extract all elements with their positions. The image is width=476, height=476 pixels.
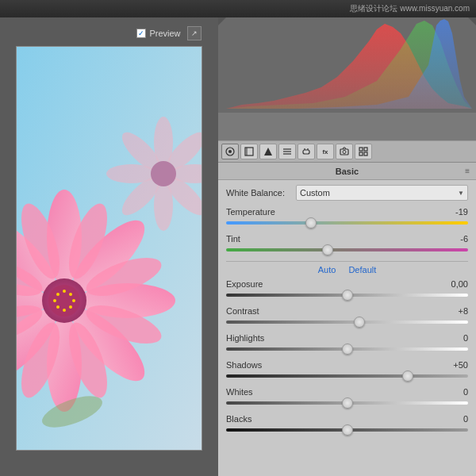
contrast-slider-row: Contrast +8 [226, 306, 468, 327]
tint-thumb[interactable] [322, 244, 333, 255]
svg-point-23 [63, 309, 66, 312]
blacks-value: 0 [444, 414, 468, 424]
tint-value: -6 [444, 234, 468, 244]
separator-1 [226, 261, 468, 262]
flower-svg [17, 47, 202, 451]
preview-bar: Preview ↗ [14, 24, 205, 43]
main-layout: Preview ↗ [0, 17, 476, 476]
shadows-thumb[interactable] [402, 370, 413, 382]
wb-label: White Balance: [226, 188, 296, 198]
histogram-tool-btn[interactable] [221, 144, 239, 159]
shadows-value: +50 [444, 360, 468, 370]
tint-track[interactable] [226, 245, 468, 255]
tint-slider-row: Tint -6 [226, 234, 468, 255]
whites-thumb[interactable] [342, 397, 353, 409]
controls-area: White Balance: Custom ▼ Temperature -19 [218, 180, 476, 476]
shadows-label: Shadows [226, 360, 262, 370]
image-preview [16, 46, 202, 451]
whites-label: Whites [226, 387, 253, 397]
fx-tool-btn[interactable]: fx [317, 144, 334, 159]
whites-slider-row: Whites 0 [226, 387, 468, 408]
svg-point-21 [72, 299, 75, 302]
svg-point-20 [69, 293, 72, 296]
svg-rect-55 [364, 148, 367, 151]
contrast-thumb[interactable] [354, 317, 365, 328]
straighten-tool-btn[interactable] [259, 144, 277, 159]
panel-title: Basic [336, 167, 359, 176]
svg-point-26 [56, 293, 60, 296]
panel-menu-icon[interactable]: ≡ [465, 167, 470, 175]
toolbar: fx [218, 140, 476, 163]
shadows-slider-row: Shadows +50 [226, 360, 468, 381]
crop-tool-btn[interactable] [240, 144, 258, 159]
exposure-header: Exposure 0,00 [226, 279, 468, 289]
exposure-track[interactable] [226, 290, 468, 300]
highlights-track[interactable] [226, 344, 468, 354]
temperature-thumb[interactable] [305, 217, 317, 228]
blacks-slider-row: Blacks 0 [226, 414, 468, 435]
tint-label: Tint [226, 234, 240, 244]
highlights-slider-row: Highlights 0 [226, 333, 468, 354]
contrast-header: Contrast +8 [226, 306, 468, 316]
highlights-header: Highlights 0 [226, 333, 468, 343]
top-bar: 思绪设计论坛 www.missyuan.com [0, 0, 476, 17]
svg-point-24 [56, 305, 60, 309]
blacks-track[interactable] [226, 425, 468, 435]
blacks-header: Blacks 0 [226, 414, 468, 424]
right-panel: R: --- G: --- B: --- [218, 17, 476, 476]
svg-point-35 [151, 161, 176, 186]
whites-value: 0 [444, 387, 468, 397]
wb-select[interactable]: Custom ▼ [296, 185, 468, 201]
preview-label: Preview [149, 29, 180, 38]
svg-rect-57 [364, 152, 367, 155]
svg-rect-49 [303, 150, 309, 154]
highlights-value: 0 [444, 333, 468, 343]
svg-point-25 [53, 299, 56, 302]
contrast-label: Contrast [226, 306, 259, 316]
exposure-slider-row: Exposure 0,00 [226, 279, 468, 300]
svg-point-53 [343, 151, 346, 154]
whites-header: Whites 0 [226, 387, 468, 397]
auto-button[interactable]: Auto [318, 265, 336, 274]
exposure-value: 0,00 [444, 279, 468, 289]
temperature-track[interactable] [226, 218, 468, 228]
histogram-area: R: --- G: --- B: --- [218, 17, 476, 140]
transform-tool-btn[interactable] [278, 144, 296, 159]
exposure-label: Exposure [226, 279, 263, 289]
retouch-tool-btn[interactable] [298, 144, 315, 159]
left-panel: Preview ↗ [0, 17, 218, 476]
svg-point-19 [63, 290, 66, 293]
temperature-slider-row: Temperature -19 [226, 207, 468, 228]
svg-rect-56 [359, 152, 363, 155]
wb-arrow-icon: ▼ [458, 190, 464, 197]
preview-export-icon[interactable]: ↗ [187, 26, 202, 40]
tint-header: Tint -6 [226, 234, 468, 244]
panel-header: Basic ≡ [218, 163, 476, 180]
default-button[interactable]: Default [348, 265, 376, 274]
preview-checkbox[interactable] [136, 29, 146, 38]
camera-tool-btn[interactable] [336, 144, 353, 159]
svg-point-42 [228, 150, 232, 153]
whites-track[interactable] [226, 398, 468, 408]
temperature-value: -19 [444, 207, 468, 217]
auto-default-row: Auto Default [226, 265, 468, 274]
shadows-header: Shadows +50 [226, 360, 468, 370]
temperature-label: Temperature [226, 207, 275, 217]
svg-point-22 [69, 305, 72, 309]
blacks-label: Blacks [226, 414, 251, 424]
presets-tool-btn[interactable] [355, 144, 372, 159]
highlights-label: Highlights [226, 333, 264, 343]
temperature-header: Temperature -19 [226, 207, 468, 217]
exposure-thumb[interactable] [342, 290, 353, 301]
white-balance-row: White Balance: Custom ▼ [226, 185, 468, 201]
svg-marker-45 [264, 148, 272, 155]
blacks-thumb[interactable] [342, 424, 353, 436]
histogram-svg [218, 17, 476, 140]
wb-value: Custom [300, 188, 330, 198]
svg-rect-54 [359, 148, 363, 151]
top-bar-text: 思绪设计论坛 www.missyuan.com [350, 3, 470, 14]
shadows-track[interactable] [226, 371, 468, 381]
contrast-value: +8 [444, 306, 468, 316]
highlights-thumb[interactable] [342, 344, 353, 355]
contrast-track[interactable] [226, 317, 468, 327]
